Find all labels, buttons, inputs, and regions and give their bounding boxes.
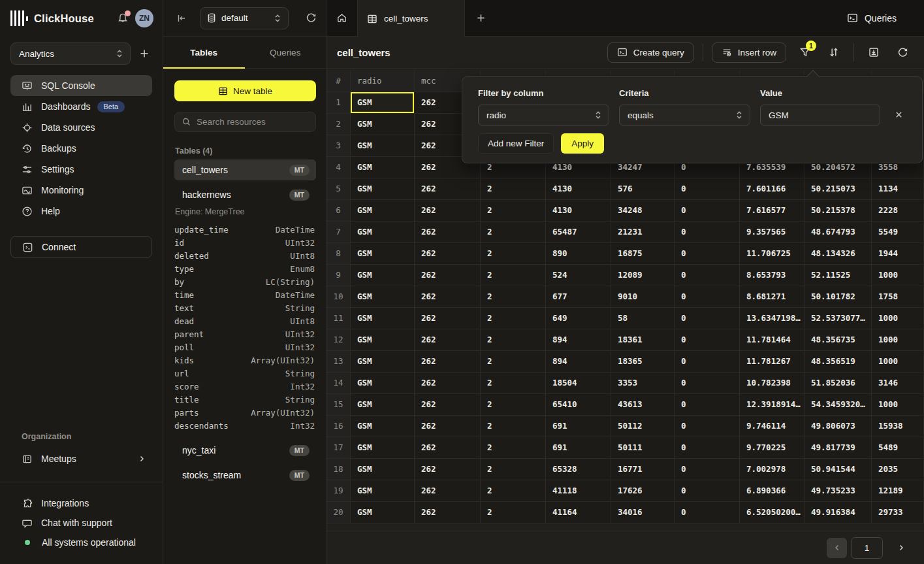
table-cell[interactable]: GSM	[351, 243, 415, 265]
table-cell[interactable]: 12189	[872, 480, 924, 502]
table-cell[interactable]: 9.770225	[740, 437, 805, 459]
table-cell[interactable]: 18365	[611, 351, 675, 373]
table-cell[interactable]: GSM	[351, 329, 415, 351]
download-button[interactable]	[863, 41, 885, 63]
table-cell[interactable]: 262	[415, 200, 481, 222]
table-cell[interactable]: 5549	[872, 222, 924, 243]
table-cell[interactable]: 6.890366	[740, 480, 805, 502]
table-cell[interactable]: 262	[415, 329, 481, 351]
table-cell[interactable]: 262	[415, 351, 481, 373]
table-cell[interactable]: 2	[481, 394, 546, 416]
remove-filter-button[interactable]	[895, 110, 903, 121]
table-cell[interactable]: 2	[481, 265, 546, 286]
table-cell[interactable]: 7.616577	[740, 200, 805, 222]
table-cell[interactable]: 894	[546, 351, 611, 373]
table-cell[interactable]: 649	[546, 308, 611, 329]
table-cell[interactable]: 54.3459320…	[805, 394, 872, 416]
table-cell[interactable]: 0	[675, 222, 740, 243]
create-query-button[interactable]: Create query	[607, 42, 694, 63]
apply-filter-button[interactable]: Apply	[561, 133, 604, 154]
new-table-button[interactable]: New table	[174, 80, 316, 101]
table-cell[interactable]: 9.357565	[740, 222, 805, 243]
new-tab-button[interactable]	[465, 0, 496, 36]
table-cell[interactable]: 1000	[872, 265, 924, 286]
table-cell[interactable]: 2	[481, 416, 546, 437]
database-select[interactable]: default	[200, 7, 289, 29]
sidebar-item-meetups[interactable]: Meetups	[10, 448, 152, 469]
table-cell[interactable]: 0	[675, 437, 740, 459]
queries-button[interactable]: Queries	[847, 12, 924, 24]
table-cell[interactable]: 0	[675, 265, 740, 286]
search-input[interactable]	[197, 117, 312, 127]
home-button[interactable]	[327, 0, 358, 36]
table-cell[interactable]: 52.11525	[805, 265, 872, 286]
insert-row-button[interactable]: Insert row	[712, 42, 786, 63]
table-cell[interactable]: GSM	[351, 459, 415, 480]
table-cell[interactable]: 2	[481, 178, 546, 200]
table-cell[interactable]: GSM	[351, 286, 415, 308]
table-cell[interactable]: 262	[415, 308, 481, 329]
table-cell[interactable]: 8.653793	[740, 265, 805, 286]
table-cell[interactable]: 1000	[872, 308, 924, 329]
table-cell[interactable]: 18361	[611, 329, 675, 351]
table-cell[interactable]: 65487	[546, 222, 611, 243]
table-cell[interactable]: 65328	[546, 459, 611, 480]
table-cell[interactable]: 48.356519	[805, 351, 872, 373]
sidebar-item-help[interactable]: Help	[10, 201, 152, 222]
table-cell[interactable]: 262	[415, 265, 481, 286]
table-cell[interactable]: 49.806073	[805, 416, 872, 437]
table-cell[interactable]: 677	[546, 286, 611, 308]
sort-button[interactable]	[823, 41, 845, 63]
filter-column-select[interactable]: radio	[478, 105, 609, 125]
table-cell[interactable]: GSM	[351, 480, 415, 502]
tab-tables[interactable]: Tables	[163, 37, 245, 68]
notifications-button[interactable]	[117, 12, 129, 24]
filter-button[interactable]: 1	[794, 41, 816, 63]
table-cell[interactable]: 3353	[611, 373, 675, 394]
table-cell[interactable]: 2	[481, 437, 546, 459]
table-cell[interactable]: 0	[675, 329, 740, 351]
table-cell[interactable]: 11.706725	[740, 243, 805, 265]
table-cell[interactable]: 52.5373077…	[805, 308, 872, 329]
table-cell[interactable]: GSM	[351, 437, 415, 459]
add-new-filter-button[interactable]: Add new Filter	[478, 133, 554, 154]
table-cell[interactable]: 5489	[872, 437, 924, 459]
table-cell[interactable]: 2	[481, 351, 546, 373]
table-cell[interactable]: 262	[415, 243, 481, 265]
table-cell[interactable]: 48.134326	[805, 243, 872, 265]
table-cell[interactable]: 1134	[872, 178, 924, 200]
table-cell[interactable]: GSM	[351, 416, 415, 437]
sidebar-item-chat-support[interactable]: Chat with support	[10, 513, 152, 533]
table-cell[interactable]: 1000	[872, 394, 924, 416]
table-cell[interactable]: 16771	[611, 459, 675, 480]
table-cell[interactable]: 50111	[611, 437, 675, 459]
table-cell[interactable]: 48.356735	[805, 329, 872, 351]
table-item-stocks-stream[interactable]: stocks_stream MT	[174, 465, 316, 486]
table-cell[interactable]: GSM	[351, 92, 415, 114]
refresh-button[interactable]	[891, 41, 914, 63]
sidebar-item-system-status[interactable]: All systems operational	[10, 533, 152, 552]
table-cell[interactable]: 9.746114	[740, 416, 805, 437]
table-cell[interactable]: 17626	[611, 480, 675, 502]
table-cell[interactable]: 12089	[611, 265, 675, 286]
filter-value-input[interactable]	[760, 105, 880, 125]
tab-cell-towers[interactable]: cell_towers	[358, 0, 465, 37]
table-cell[interactable]: 1758	[872, 286, 924, 308]
table-cell[interactable]: 1000	[872, 351, 924, 373]
table-cell[interactable]: 0	[675, 502, 740, 523]
current-page-indicator[interactable]: 1	[851, 537, 883, 559]
table-cell[interactable]: 262	[415, 416, 481, 437]
table-cell[interactable]: 43613	[611, 394, 675, 416]
table-cell[interactable]: 262	[415, 502, 481, 523]
table-cell[interactable]: 0	[675, 351, 740, 373]
table-cell[interactable]: 2	[481, 200, 546, 222]
table-cell[interactable]: 2	[481, 459, 546, 480]
table-cell[interactable]: 34248	[611, 200, 675, 222]
add-service-button[interactable]	[136, 42, 152, 65]
table-cell[interactable]: 1000	[872, 329, 924, 351]
table-cell[interactable]: GSM	[351, 502, 415, 523]
table-cell[interactable]: GSM	[351, 178, 415, 200]
table-cell[interactable]: GSM	[351, 157, 415, 178]
tab-queries[interactable]: Queries	[245, 37, 327, 68]
table-cell[interactable]: 2	[481, 502, 546, 523]
